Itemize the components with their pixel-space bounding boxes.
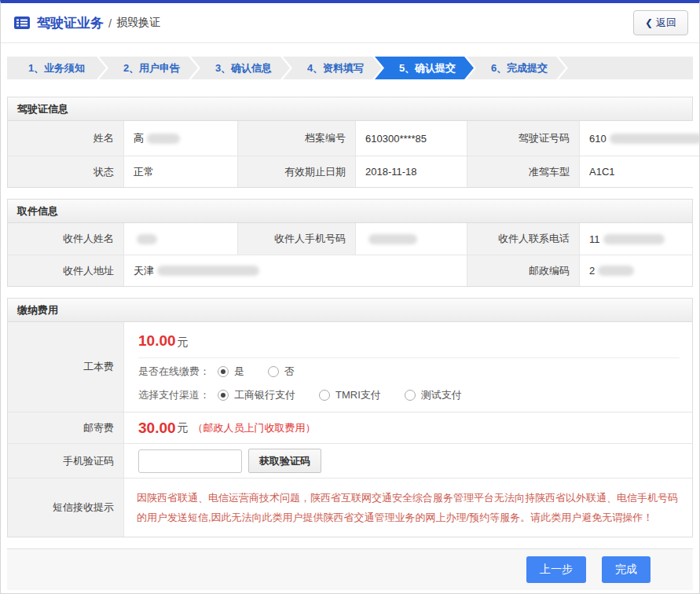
status-label: 状态 <box>8 156 123 187</box>
radio-online-yes-label: 是 <box>234 365 244 379</box>
spacer <box>124 405 692 412</box>
recipient-phone-label: 收件人联系电话 <box>467 223 579 255</box>
radio-icon <box>319 390 330 401</box>
recipient-mobile-label: 收件人手机号码 <box>237 223 355 255</box>
status-value: 正常 <box>123 156 237 187</box>
online-pay-row: 是否在线缴费： 是 否 <box>124 358 692 382</box>
radio-online-yes[interactable]: 是 <box>218 365 244 379</box>
online-pay-question: 是否在线缴费： <box>138 365 210 379</box>
radio-online-no[interactable]: 否 <box>268 365 295 379</box>
radio-channel-tmri-label: TMRI支付 <box>335 388 381 402</box>
pickup-info-table: 收件人姓名 收件人手机号码 收件人联系电话 11 收件人地址 天津 邮政编码 2 <box>8 223 692 286</box>
radio-icon <box>218 366 229 377</box>
breadcrumb-separator: / <box>108 16 112 30</box>
get-code-button[interactable]: 获取验证码 <box>248 449 321 473</box>
name-label: 姓名 <box>8 121 123 156</box>
sms-notice-label: 短信接收提示 <box>8 478 123 537</box>
redacted-blur <box>603 234 665 244</box>
pay-channel-row: 选择支付渠道： 工商银行支付 TMRI支付 测试支付 <box>124 382 692 405</box>
footer-bar: 上一步 完成 <box>7 548 693 590</box>
postal-code-label: 邮政编码 <box>467 255 579 286</box>
step-2[interactable]: 2、用户申告 <box>99 57 198 79</box>
production-fee-amount: 10.00元 <box>124 322 692 358</box>
recipient-name-value <box>123 223 237 255</box>
license-info-title: 驾驶证信息 <box>8 97 692 121</box>
redacted-blur <box>147 134 180 144</box>
production-fee-label: 工本费 <box>8 322 123 412</box>
sms-code-cell: 获取验证码 <box>123 443 692 478</box>
page-container: 驾驶证业务 / 损毁换证 ❮ 返回 1、业务须知 2、用户申告 3、确认信息 4… <box>0 0 700 594</box>
license-info-section: 驾驶证信息 姓名 高 档案编号 610300****85 驾驶证号码 610 状… <box>7 97 693 188</box>
radio-icon <box>268 366 279 377</box>
postal-code-value: 2 <box>579 255 692 286</box>
fees-table: 工本费 10.00元 是否在线缴费： 是 否 <box>8 322 692 537</box>
mail-fee-cell: 30.00元（邮政人员上门收取费用） <box>123 412 692 443</box>
production-fee-cell: 10.00元 是否在线缴费： 是 否 选择支付渠道： <box>123 322 692 412</box>
redacted-blur <box>610 134 700 144</box>
steps-bar: 1、业务须知 2、用户申告 3、确认信息 4、资料填写 5、确认提交 6、完成提… <box>7 57 693 79</box>
recipient-mobile-value <box>355 223 467 255</box>
page-title: 驾驶证业务 <box>37 14 104 32</box>
redacted-blur <box>368 234 417 244</box>
mail-fee-note: （邮政人员上门收取费用） <box>193 421 316 435</box>
fees-title: 缴纳费用 <box>8 299 692 322</box>
vehicle-class-value: A1C1 <box>579 156 700 187</box>
license-no-value: 610 <box>579 121 700 156</box>
finish-button[interactable]: 完成 <box>602 556 651 583</box>
sms-notice-text: 因陕西省联通、电信运营商技术问题，陕西省互联网交通安全综合服务管理平台无法向持陕… <box>124 478 692 537</box>
recipient-name-label: 收件人姓名 <box>8 223 123 255</box>
radio-icon <box>405 390 416 401</box>
step-5[interactable]: 5、确认提交 <box>375 57 474 79</box>
radio-channel-test-label: 测试支付 <box>421 388 462 402</box>
mail-fee-label: 邮寄费 <box>8 412 123 443</box>
valid-until-label: 有效期止日期 <box>237 156 355 187</box>
valid-until-value: 2018-11-18 <box>355 156 467 187</box>
list-icon <box>13 16 31 30</box>
radio-online-no-label: 否 <box>284 365 295 379</box>
radio-channel-test[interactable]: 测试支付 <box>405 388 462 402</box>
vehicle-class-label: 准驾车型 <box>467 156 579 187</box>
file-no-label: 档案编号 <box>237 121 355 156</box>
back-button-label: 返回 <box>656 16 676 30</box>
step-4[interactable]: 4、资料填写 <box>283 57 382 79</box>
back-button[interactable]: ❮ 返回 <box>633 10 688 35</box>
redacted-blur <box>137 234 157 244</box>
redacted-blur <box>598 266 634 276</box>
fees-section: 缴纳费用 工本费 10.00元 是否在线缴费： 是 否 <box>7 298 693 537</box>
radio-icon <box>218 390 229 401</box>
step-1[interactable]: 1、业务须知 <box>7 57 106 79</box>
sms-code-label: 手机验证码 <box>8 443 123 478</box>
chevron-left-icon: ❮ <box>645 17 653 28</box>
license-info-table: 姓名 高 档案编号 610300****85 驾驶证号码 610 状态 正常 有… <box>8 121 692 187</box>
header: 驾驶证业务 / 损毁换证 ❮ 返回 <box>1 3 699 43</box>
radio-channel-icbc[interactable]: 工商银行支付 <box>218 388 295 402</box>
breadcrumb-current: 损毁换证 <box>116 16 160 30</box>
pay-channel-question: 选择支付渠道： <box>138 388 210 402</box>
recipient-address-label: 收件人地址 <box>8 255 123 286</box>
step-3[interactable]: 3、确认信息 <box>191 57 290 79</box>
redacted-blur <box>157 266 259 276</box>
pickup-info-section: 取件信息 收件人姓名 收件人手机号码 收件人联系电话 11 收件人地址 天津 邮… <box>7 199 693 287</box>
steps-filler <box>559 57 693 79</box>
sms-code-input[interactable] <box>138 449 242 473</box>
radio-channel-tmri[interactable]: TMRI支付 <box>319 388 381 402</box>
pickup-info-title: 取件信息 <box>8 200 692 223</box>
step-6[interactable]: 6、完成提交 <box>467 57 566 79</box>
name-value: 高 <box>123 121 237 156</box>
radio-channel-icbc-label: 工商银行支付 <box>234 388 295 402</box>
recipient-phone-value: 11 <box>579 223 692 255</box>
prev-step-button[interactable]: 上一步 <box>526 556 586 583</box>
recipient-address-value: 天津 <box>123 255 467 286</box>
file-no-value: 610300****85 <box>355 121 467 156</box>
license-no-label: 驾驶证号码 <box>467 121 579 156</box>
sms-notice-cell: 因陕西省联通、电信运营商技术问题，陕西省互联网交通安全综合服务管理平台无法向持陕… <box>123 478 692 537</box>
